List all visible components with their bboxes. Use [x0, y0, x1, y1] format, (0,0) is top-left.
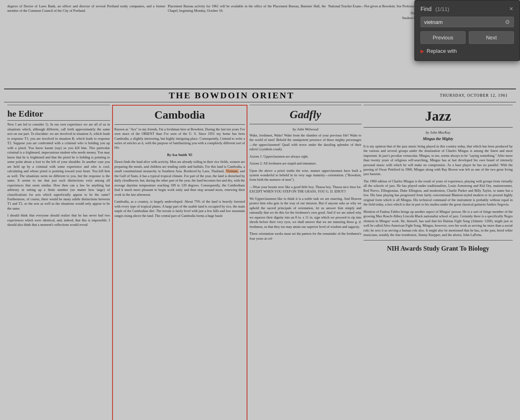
gadfly-p5: —Wear your beanie now like a good little…	[249, 185, 362, 194]
jazz-p1: It is my opinion that of the jazz music …	[364, 144, 513, 177]
previous-button[interactable]: Previous	[420, 31, 466, 44]
gadfly-heading: Gadfly	[249, 107, 362, 124]
cambodia-intro: Known as "Ace" to my friends, I'm a fres…	[115, 127, 245, 150]
gadfly-p1: Wake, freshmen, Wake! Wake from the slum…	[249, 133, 362, 152]
top-col-1: degrees of Doctor of Laws Bank, an offic…	[7, 4, 165, 85]
nih-heading: NIH Awards Study Grant To Biology	[364, 245, 513, 253]
jazz-p2: The 1960 edition of Charles Mingus is th…	[364, 179, 513, 207]
find-input[interactable]	[424, 19, 505, 25]
divider	[364, 240, 513, 240]
find-replace-dialog: Find (1/11) × ⚙ Previous Next ▶ Replace …	[414, 0, 520, 61]
jazz-heading: Jazz	[364, 107, 513, 128]
newspaper-content: degrees of Doctor of Laws Bank, an offic…	[0, 0, 520, 420]
gadfly-column: Gadfly by John Welwood Wake, freshmen, W…	[249, 105, 362, 420]
close-button[interactable]: ×	[509, 5, 514, 13]
replace-with-row[interactable]: ▶ Replace with	[420, 48, 514, 54]
find-input-container: ⚙	[420, 17, 514, 27]
cambodia-p1: Dawn finds the land alive with activity.…	[115, 160, 245, 197]
top-col-2: Placement Bureau activity for 1961 will …	[168, 4, 326, 85]
editor-heading: he Editor	[7, 107, 110, 121]
editor-column: he Editor Now I am led to consider 1). I…	[7, 105, 110, 420]
gadfly-p7: These orientation weeks must set the pat…	[249, 232, 362, 241]
newspaper-date: THURSDAY, OCTOBER 12, 1961	[440, 93, 508, 98]
next-button[interactable]: Next	[469, 31, 514, 44]
jazz-column: Jazz by John MacKay Mingus the Mighty It…	[364, 105, 513, 420]
gadfly-byline: by John Welwood	[249, 127, 362, 132]
gadfly-axiom1: Axiom 1: Upperclassmen are always right.	[249, 154, 362, 159]
dialog-header: Find (1/11) ×	[420, 5, 514, 13]
mingus-subheading: Mingus the Mighty	[364, 136, 513, 142]
replace-with-label: Replace with	[427, 48, 457, 54]
cambodia-column: Cambodia Known as "Ace" to my friends, I…	[112, 105, 247, 420]
newspaper-title: THE BOWDOIN ORIENT	[169, 89, 295, 102]
cambodia-heading: Cambodia	[115, 107, 245, 125]
jazz-p3: Mention of Faubus Fables brings up anoth…	[364, 210, 513, 238]
gadfly-axiom2: Axiom 2: All freshmen are stupid and imm…	[249, 161, 362, 166]
find-count: (1/11)	[436, 6, 449, 12]
dialog-title-row: Find (1/11)	[420, 6, 449, 12]
gadfly-p4: Upon the above a priori truths the wise,…	[249, 169, 362, 182]
cambodia-p2: Cambodia, as a country, is largely undev…	[115, 199, 245, 218]
find-nav-row: Previous Next	[420, 31, 514, 44]
find-options-button[interactable]: ⚙	[505, 19, 510, 25]
gadfly-p6: We Upperclassmen like to think it is a n…	[249, 197, 362, 229]
highlighted-vietnam: Vietnam,	[225, 169, 239, 173]
left-spacer	[12, 93, 24, 99]
jazz-byline: by John MacKay	[364, 130, 513, 135]
replace-arrow-icon: ▶	[420, 48, 424, 54]
cambodia-byline: By Asa Smith '65	[115, 153, 245, 157]
find-label: Find	[420, 6, 431, 12]
